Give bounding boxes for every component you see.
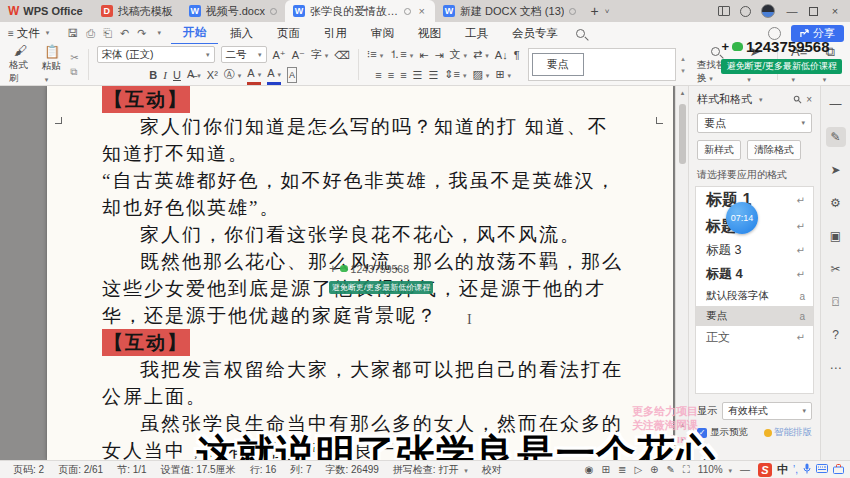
tab-new-docx[interactable]: W 新建 DOCX 文档 (13) (435, 0, 585, 22)
align-left-button[interactable]: ≡ (375, 68, 381, 82)
sogou-ime-icon[interactable]: S (758, 463, 772, 477)
help-icon[interactable]: ? (826, 325, 846, 345)
keyboard-icon[interactable] (816, 464, 828, 475)
toolbox-icon[interactable] (833, 464, 844, 476)
chevron-down-icon[interactable]: ▾ (157, 29, 161, 37)
style-gallery-item[interactable]: 要点 (532, 53, 584, 76)
shading-button[interactable]: ▨▾ (472, 67, 489, 83)
paste-button[interactable]: 📋 粘贴▾ (37, 43, 67, 86)
scrollbar-thumb[interactable] (679, 104, 686, 164)
italic-button[interactable]: I (163, 68, 167, 82)
phonetic-guide-button[interactable]: Ⓐ▾ (224, 67, 242, 83)
line-spacing-button[interactable]: ⇕≡▾ (444, 67, 466, 83)
font-size-combo[interactable]: 二号▾ (221, 46, 267, 63)
clear-format-button[interactable]: 清除格式 (747, 140, 801, 160)
ribbon-tab-review[interactable]: 审阅 (359, 23, 406, 44)
document-page[interactable]: 【互动】 家人们你们知道是怎么写的吗？知道的打 知道、不知道打不知道。 “自古英… (47, 86, 673, 460)
close-panel-icon[interactable]: × (806, 94, 812, 105)
zoom-level[interactable]: 110% ▾ (698, 464, 732, 475)
ime-punctuation-icon[interactable]: ʼ, (793, 464, 798, 475)
image-tool-icon[interactable]: ▣ (826, 226, 846, 246)
clear-format-button[interactable]: ⌫ (334, 48, 350, 62)
status-spellcheck[interactable]: 拼写检查: 打开 ▾ (386, 463, 475, 477)
status-proofread[interactable]: 校对 (475, 463, 509, 477)
copy-icon[interactable]: ⧉ (70, 66, 78, 78)
style-item-heading3[interactable]: 标题 3↵ (696, 239, 813, 262)
style-gallery[interactable]: 要点 (528, 48, 677, 81)
char-scale-button[interactable]: ⇄▾ (473, 47, 489, 63)
show-marks-button[interactable]: ¶ (514, 48, 520, 62)
style-item-keypoint[interactable]: 要点a (696, 306, 813, 326)
tab-template[interactable]: D 找稿壳模板 (93, 0, 181, 22)
minimize-button[interactable]: — (785, 5, 799, 17)
underline-button[interactable]: U (173, 68, 181, 82)
tab-dot-icon[interactable] (404, 8, 411, 15)
settings-sliders-icon[interactable]: ⚙ (826, 193, 846, 213)
user-avatar[interactable] (761, 4, 775, 18)
microphone-icon[interactable] (803, 463, 811, 476)
close-tab-icon[interactable]: × (416, 5, 426, 17)
tab-dot-icon[interactable] (569, 8, 576, 15)
pin-icon[interactable] (793, 95, 802, 104)
align-center-button[interactable]: ≡ (388, 68, 394, 82)
new-style-button[interactable]: 新样式 (697, 140, 741, 160)
tab-active-document[interactable]: W 张学良的爱情故事带图 × (285, 0, 435, 22)
text-effects-button[interactable]: 字▾ (311, 47, 329, 63)
restore-button[interactable] (809, 7, 818, 16)
tab-list-chevron-icon[interactable]: ˅ (605, 7, 610, 16)
scroll-up-icon[interactable]: ▴ (676, 89, 688, 97)
current-style-combo[interactable]: 要点 ▾ (697, 113, 812, 133)
gallery-scroll[interactable]: ▴ ▾ (678, 44, 688, 85)
redo-icon[interactable]: ↷ (137, 27, 146, 40)
justify-button[interactable]: ☰ (413, 68, 423, 82)
web-view-icon[interactable]: ⊕ (650, 464, 658, 475)
show-filter-combo[interactable]: 有效样式 ▾ (722, 402, 812, 420)
ribbon-tab-reference[interactable]: 引用 (312, 23, 359, 44)
superscript-button[interactable]: X² (207, 68, 218, 82)
ribbon-tab-home[interactable]: 开始 (171, 22, 218, 45)
save-icon[interactable]: 🖫 (67, 27, 78, 39)
tab-video-doc[interactable]: W 视频号.docx (181, 0, 285, 22)
grow-font-button[interactable]: A⁺ (273, 48, 286, 62)
read-book-icon[interactable]: ⌼ (826, 292, 846, 312)
zoom-out-icon[interactable]: — (740, 464, 750, 475)
more-dots-icon[interactable]: ⋯ (826, 358, 846, 378)
bullet-list-button[interactable]: ⁝≡▾ (367, 47, 383, 63)
ribbon-tab-tools[interactable]: 工具 (453, 23, 500, 44)
sort-button[interactable]: A↓ (495, 48, 508, 62)
edit-pencil-icon[interactable]: ✎ (826, 127, 846, 147)
style-item-heading4[interactable]: 标题 4↵ (696, 262, 813, 286)
style-item-body[interactable]: 正文↵ (696, 326, 813, 349)
align-right-button[interactable]: ≡ (400, 68, 406, 82)
outline-view-icon[interactable]: ≣ (618, 464, 626, 475)
edit-mode-icon[interactable]: ✎ (666, 464, 674, 475)
select-cursor-icon[interactable]: ➤ (826, 160, 846, 180)
file-menu-button[interactable]: ≡ 文件 ▾ (0, 26, 57, 41)
ribbon-tab-page[interactable]: 页面 (265, 23, 312, 44)
increase-indent-button[interactable]: ⇥ (434, 48, 443, 62)
text-direction-button[interactable]: 文▾ (450, 47, 468, 63)
highlight-color-button[interactable]: A▾ (247, 66, 261, 84)
skin-icon[interactable] (740, 6, 751, 17)
chevron-down-icon[interactable]: ▾ (759, 96, 763, 104)
ribbon-tab-insert[interactable]: 插入 (218, 23, 265, 44)
print-icon[interactable]: ⎙ (86, 27, 95, 40)
page-view-icon[interactable]: ⊞ (602, 464, 610, 475)
collapse-icon[interactable]: — (826, 94, 846, 114)
numbered-list-button[interactable]: ⒈≡▾ (389, 47, 413, 63)
eye-protect-icon[interactable]: ◉ (585, 464, 594, 475)
tab-dot-icon[interactable] (270, 8, 277, 15)
font-name-combo[interactable]: 宋体 (正文)▾ (97, 46, 215, 63)
document-area[interactable]: 【互动】 家人们你们知道是怎么写的吗？知道的打 知道、不知道打不知道。 “自古英… (0, 86, 688, 460)
strikethrough-button[interactable]: A̶▾ (187, 67, 201, 83)
app-button[interactable]: W WPS Office (0, 0, 93, 22)
decrease-indent-button[interactable]: ⇤ (419, 48, 428, 62)
distribute-button[interactable]: ☰ (428, 68, 438, 82)
bold-button[interactable]: B (149, 68, 157, 82)
style-item-default-font[interactable]: 默认段落字体a (696, 286, 813, 306)
close-window-button[interactable]: × (828, 5, 842, 17)
shrink-font-button[interactable]: A⁻ (292, 48, 305, 62)
font-color-button[interactable]: A▾ (267, 66, 281, 84)
recording-timer-bubble[interactable]: 07:14 (726, 202, 758, 234)
cut-tool-icon[interactable]: ✂ (826, 259, 846, 279)
